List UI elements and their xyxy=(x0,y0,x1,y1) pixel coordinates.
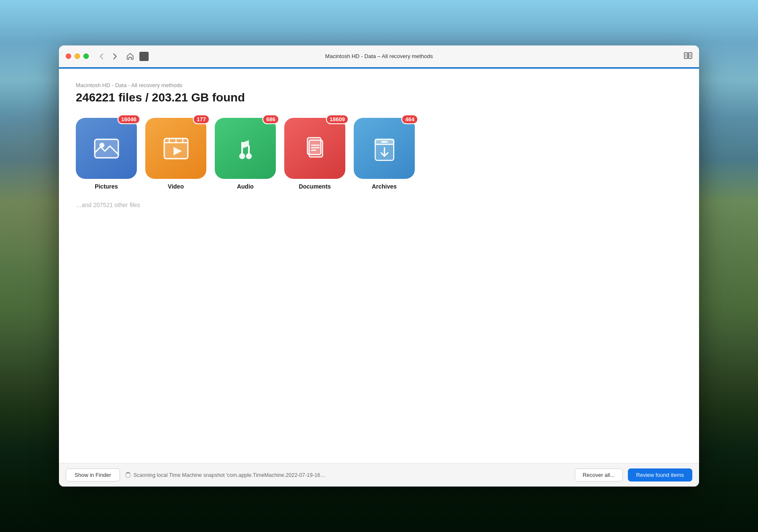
home-button[interactable] xyxy=(124,51,136,62)
documents-icon-wrap: 18609 xyxy=(284,118,345,179)
breadcrumb: Macintosh HD - Data - All recovery metho… xyxy=(76,82,682,88)
maximize-button[interactable] xyxy=(83,53,89,59)
svg-rect-21 xyxy=(309,140,323,157)
titlebar: Macintosh HD - Data – All recovery metho… xyxy=(59,45,699,67)
svg-point-19 xyxy=(246,153,252,159)
statusbar: Show in Finder Scanning local Time Machi… xyxy=(59,463,699,487)
video-badge: 177 xyxy=(193,114,210,124)
nav-buttons xyxy=(96,51,121,62)
content-area: Macintosh HD - Data - All recovery metho… xyxy=(59,69,699,463)
scanning-status: Scanning local Time Machine snapshot 'co… xyxy=(125,472,570,478)
pictures-badge: 16046 xyxy=(117,114,140,124)
traffic-lights xyxy=(66,53,89,59)
audio-label: Audio xyxy=(237,183,254,190)
audio-badge: 686 xyxy=(262,114,279,124)
forward-button[interactable] xyxy=(109,51,121,62)
page-title: 246221 files / 203.21 GB found xyxy=(76,91,682,104)
scanning-text-label: Scanning local Time Machine snapshot 'co… xyxy=(133,472,326,478)
category-pictures[interactable]: 16046 Pictures xyxy=(76,118,137,190)
minimize-button[interactable] xyxy=(75,53,80,59)
video-icon xyxy=(145,118,206,179)
audio-icon xyxy=(215,118,276,179)
svg-point-18 xyxy=(239,153,245,159)
spinner-icon xyxy=(125,472,131,478)
category-archives[interactable]: 464 Archives xyxy=(354,118,415,190)
main-window: Macintosh HD - Data – All recovery metho… xyxy=(59,45,699,487)
audio-icon-wrap: 686 xyxy=(215,118,276,179)
category-documents[interactable]: 18609 Documents xyxy=(284,118,345,190)
review-found-items-button[interactable]: Review found items xyxy=(628,468,692,481)
close-button[interactable] xyxy=(66,53,71,59)
video-icon-wrap: 177 xyxy=(145,118,206,179)
show-finder-button[interactable]: Show in Finder xyxy=(66,468,120,481)
categories-grid: 16046 Pictures xyxy=(76,118,682,190)
category-audio[interactable]: 686 Audio xyxy=(215,118,276,190)
reader-button[interactable] xyxy=(684,52,692,61)
archives-label: Archives xyxy=(372,183,397,190)
archives-icon xyxy=(354,118,415,179)
video-label: Video xyxy=(168,183,184,190)
back-button[interactable] xyxy=(96,51,107,62)
other-files-text: …and 207521 other files xyxy=(76,202,682,208)
recover-all-button[interactable]: Recover all... xyxy=(575,468,623,481)
archives-badge: 464 xyxy=(401,114,418,124)
documents-icon xyxy=(284,118,345,179)
documents-label: Documents xyxy=(299,183,331,190)
stop-button[interactable] xyxy=(139,52,149,61)
documents-badge: 18609 xyxy=(326,114,349,124)
pictures-icon-wrap: 16046 xyxy=(76,118,137,179)
window-title: Macintosh HD - Data – All recovery metho… xyxy=(325,53,433,59)
pictures-icon xyxy=(76,118,137,179)
svg-rect-27 xyxy=(381,141,388,143)
pictures-label: Pictures xyxy=(95,183,118,190)
category-video[interactable]: 177 Video xyxy=(145,118,206,190)
archives-icon-wrap: 464 xyxy=(354,118,415,179)
